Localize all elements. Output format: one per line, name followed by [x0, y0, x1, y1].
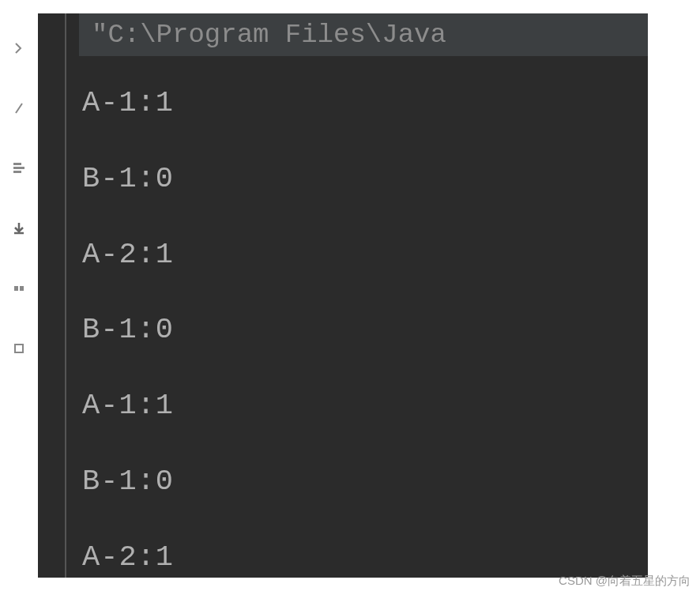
sidebar-slash-icon[interactable] [8, 97, 30, 119]
ide-sidebar [0, 13, 38, 578]
svg-rect-0 [13, 167, 24, 169]
output-line: B-1:0 [82, 141, 648, 217]
output-container: A-1:1 B-1:0 A-2:1 B-1:0 A-1:1 B-1:0 A-2:… [66, 56, 648, 578]
output-line: B-1:0 [82, 444, 648, 520]
sidebar-chevron-icon[interactable] [8, 37, 30, 59]
output-line: A-2:1 [82, 217, 648, 293]
console-output-area[interactable]: "C:\Program Files\Java A-1:1 B-1:0 A-2:1… [66, 13, 648, 578]
console-panel: "C:\Program Files\Java A-1:1 B-1:0 A-2:1… [38, 13, 648, 578]
sidebar-debug-icon[interactable] [8, 277, 30, 299]
command-line: "C:\Program Files\Java [79, 13, 648, 56]
sidebar-settings-icon[interactable] [8, 157, 30, 179]
output-line: A-2:1 [82, 520, 648, 578]
output-line: B-1:0 [82, 292, 648, 368]
svg-rect-3 [14, 286, 18, 291]
svg-rect-4 [20, 286, 24, 291]
console-gutter [38, 13, 66, 578]
sidebar-more-icon[interactable] [8, 337, 30, 360]
svg-rect-1 [13, 163, 21, 165]
output-line: A-1:1 [82, 66, 648, 141]
svg-rect-5 [15, 345, 23, 352]
svg-rect-2 [13, 171, 21, 173]
output-line: A-1:1 [82, 368, 648, 444]
watermark-text: CSDN @向着五星的方向 [559, 574, 691, 589]
sidebar-download-icon[interactable] [8, 217, 30, 239]
